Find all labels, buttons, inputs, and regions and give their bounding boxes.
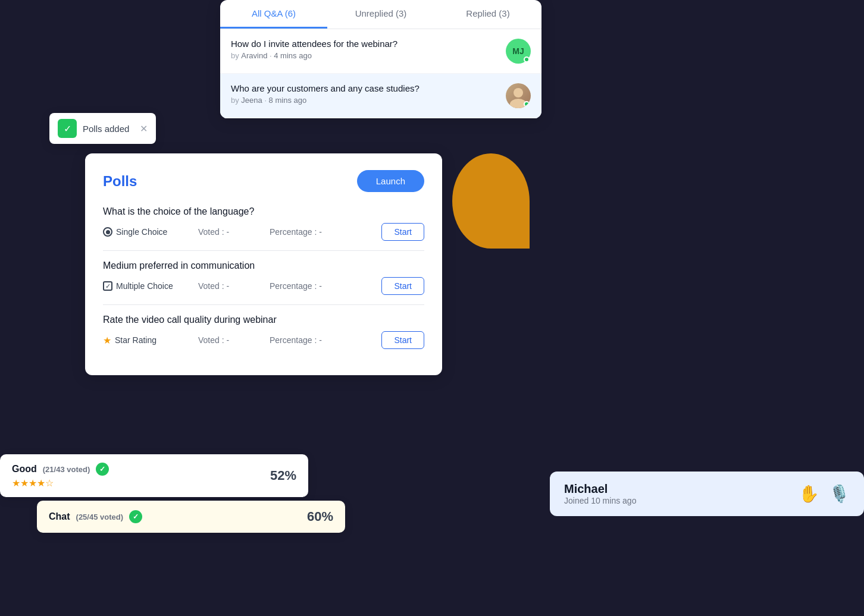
notification-text: Polls added [83,124,129,134]
start-poll-1-button[interactable]: Start [381,223,424,241]
poll-voted: Voted : - [198,281,258,291]
vote-result-good: Good (21/43 voted) ✓ ★★★★☆ 52% [0,454,308,497]
poll-item: Rate the video call quality during webin… [103,315,424,349]
poll-type-label: Single Choice [116,227,167,237]
tab-unreplied[interactable]: Unreplied (3) [327,0,434,29]
vote-label: Good (21/43 voted) ✓ [12,463,109,476]
michael-actions: ✋ 🎙️ [799,484,850,504]
poll-question: Rate the video call quality during webin… [103,315,424,325]
polls-notification: ✓ Polls added ✕ [49,113,156,144]
online-indicator [524,101,530,107]
launch-polls-button[interactable]: Launch [357,170,424,192]
qa-panel: All Q&A (6) Unreplied (3) Replied (3) Ho… [220,0,541,118]
avatar: MJ [506,39,531,64]
poll-question: What is the choice of the language? [103,206,424,217]
poll-voted: Voted : - [198,335,258,345]
poll-percentage: Percentage : - [270,227,329,237]
vote-percentage: 52% [270,468,296,483]
poll-type: ★ Star Rating [103,335,186,346]
check-icon: ✓ [58,119,77,138]
poll-question: Medium preferred in communication [103,260,424,271]
question-text: How do I invite attendees for the webina… [231,39,506,49]
poll-percentage: Percentage : - [270,281,329,291]
poll-type-label: Multiple Choice [116,281,173,291]
polls-header: Polls Launch [103,170,424,192]
polls-title: Polls [103,173,137,190]
michael-subtitle: Joined 10 mins ago [564,496,636,505]
michael-name: Michael [564,482,636,496]
tab-all-qa[interactable]: All Q&A (6) [220,0,327,29]
start-poll-3-button[interactable]: Start [381,331,424,349]
poll-divider [103,250,424,251]
start-poll-2-button[interactable]: Start [381,277,424,295]
close-notification-button[interactable]: ✕ [140,123,148,134]
qa-tabs: All Q&A (6) Unreplied (3) Replied (3) [220,0,541,29]
michael-info: Michael Joined 10 mins ago [564,482,636,505]
vote-label: Chat (25/45 voted) ✓ [49,510,142,523]
poll-divider [103,304,424,305]
question-meta: by Jeena · 8 mins ago [231,96,506,105]
decorative-shape [452,153,530,249]
raise-hand-icon[interactable]: ✋ [799,484,819,504]
qa-question-item[interactable]: How do I invite attendees for the webina… [220,29,541,74]
poll-type: Single Choice [103,227,186,237]
vote-check-icon: ✓ [129,510,142,523]
poll-meta-row: Multiple Choice Voted : - Percentage : -… [103,277,424,295]
poll-percentage: Percentage : - [270,335,329,345]
poll-item: Medium preferred in communication Multip… [103,260,424,295]
poll-meta-row: Single Choice Voted : - Percentage : - S… [103,223,424,241]
question-text: Who are your customers and any case stud… [231,83,506,93]
star-rating: ★★★★☆ [12,477,109,489]
poll-type-label: Star Rating [115,335,156,345]
online-indicator [524,56,530,62]
michael-panel: Michael Joined 10 mins ago ✋ 🎙️ [550,472,864,516]
question-meta: by Aravind · 4 mins ago [231,51,506,60]
avatar [506,83,531,108]
poll-voted: Voted : - [198,227,258,237]
tab-replied[interactable]: Replied (3) [434,0,541,29]
poll-item: What is the choice of the language? Sing… [103,206,424,241]
radio-icon [103,227,112,237]
poll-type: Multiple Choice [103,281,186,291]
vote-result-chat: Chat (25/45 voted) ✓ 60% [37,501,345,533]
poll-meta-row: ★ Star Rating Voted : - Percentage : - S… [103,331,424,349]
vote-check-icon: ✓ [96,463,109,476]
qa-question-item[interactable]: Who are your customers and any case stud… [220,74,541,118]
checkbox-icon [103,281,112,291]
vote-percentage: 60% [307,509,333,524]
polls-panel: Polls Launch What is the choice of the l… [85,153,442,375]
star-icon: ★ [103,335,111,346]
microphone-icon[interactable]: 🎙️ [829,484,850,504]
